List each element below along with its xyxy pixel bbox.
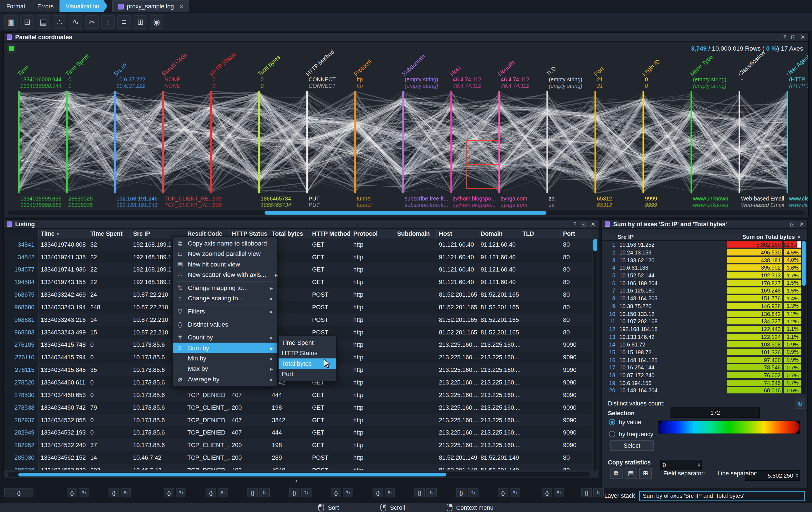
by-value-radio[interactable]: by value [609,419,641,425]
scrollbar-thumb[interactable] [593,239,597,251]
parallel-coordinates-plot[interactable]: Time1334016000.9441334016000.94413340159… [4,42,808,217]
sum-col-ip[interactable]: Src IP [617,233,634,239]
close-button[interactable]: ✕ [800,33,805,40]
table-row[interactable]: 2785381334034460.7427910.173.85.6TCP_CLI… [4,401,591,414]
sum-row[interactable]: 12192.168.184.18122,4431.1% [602,325,807,333]
table-row[interactable]: 1945841334019743.15522192.168.189.1...TC… [4,276,591,288]
distinct-values-button[interactable]: {} [373,488,383,497]
column-header-subdomain[interactable]: Subdomain [395,229,437,238]
select-button[interactable]: Select [610,440,654,451]
menu-item-sum-by[interactable]: ΣSum by▸ [173,343,277,353]
distinct-values-button[interactable]: {} [67,488,77,497]
breadcrumb-tab-errors[interactable]: Errors [31,0,62,12]
cut-icon[interactable]: ✂ [85,15,99,29]
distinct-values-button[interactable]: {} [331,488,341,497]
axes-combination-icon[interactable]: ↕ [101,15,115,29]
undock-button[interactable]: ⊡ [791,33,795,40]
gradient-handle-right-top[interactable] [795,421,800,425]
menu-item-distinct-values[interactable]: {}Distinct values [173,319,277,329]
table-row[interactable]: 9686751334033242.4692410.87.22.210TCP_MI… [4,288,591,301]
table-row[interactable]: 1945771334019741.93622192.168.189.1...TC… [4,263,591,276]
close-tab-icon[interactable]: ✕ [179,3,183,9]
refresh-button[interactable]: ↻ [593,488,604,497]
sum-row[interactable]: 1710.16.254.14478,5460.7% [602,363,807,371]
sum-row[interactable]: 210.24.13.153496,5304.5% [602,249,807,256]
copy-all-icon[interactable]: ⧉ [610,467,622,479]
scrollbar-thumb[interactable] [802,241,806,286]
sum-row[interactable]: 2010.148.164.20460,0160.5% [602,387,807,394]
parallel-hscrollbar[interactable] [8,211,804,215]
sum-row[interactable]: 510.152.52.144192,3131.7% [602,271,807,279]
table-row[interactable]: 2850381334034562.83020210.46.7.42TCP_DEN… [4,464,591,470]
sum-row[interactable]: 810.148.164.203151,7761.4% [602,294,807,302]
distinct-values-button[interactable]: {} [414,488,425,497]
color-gradient-bar[interactable] [658,421,800,434]
table-row[interactable]: 2785301334034460.653010.173.85.6TCP_DENI… [4,389,591,401]
refresh-button[interactable]: ↻ [121,488,131,497]
scrollbar-thumb[interactable] [18,473,446,477]
sum-row[interactable]: 710.16.125.180169,2481.5% [602,287,807,294]
distinct-values-button[interactable]: {} [206,488,216,497]
zoomed-parallel-view-icon[interactable]: ⊡ [20,15,34,29]
column-header-protocol[interactable]: Protocol [351,229,395,238]
breadcrumb-tab-format[interactable]: Format [0,0,33,12]
copy-table-icon[interactable]: ⊞ [639,467,652,479]
column-header-tld[interactable]: TLD [520,229,561,238]
undock-button[interactable]: ⊡ [581,221,586,227]
sum-row[interactable]: 1010.150.133.12136,8421.2% [602,310,807,317]
column-header-time-spent[interactable]: Time Spent [88,229,131,238]
menu-item-copy-axis-name-to-clipboard[interactable]: ⧉Copy axis name to clipboard [173,238,277,249]
listing-hscrollbar[interactable] [8,472,590,477]
help-button[interactable]: ? [783,33,786,40]
refresh-button[interactable]: ↻ [176,488,186,497]
refresh-distinct-button[interactable]: ↻ [795,399,805,409]
refresh-button[interactable]: ↻ [259,488,269,497]
refresh-button[interactable]: ↻ [554,488,564,497]
sum-row[interactable]: 1810.87.172.24076,6020.7% [602,371,807,379]
column-header-http-method[interactable]: HTTP Method [310,229,351,238]
sort-icon[interactable]: ▲ [797,234,801,239]
scatter-view-icon[interactable]: ∴ [53,15,66,29]
column-header-port[interactable]: Port [561,229,592,238]
menu-item-min-by[interactable]: ↓Min by▸ [173,353,277,363]
scrollbar-thumb[interactable] [264,211,546,215]
refresh-button[interactable]: ↻ [510,488,520,497]
sum-row[interactable]: 610.106.189.204170,8271.5% [602,279,807,287]
distinct-values-button[interactable]: {} [581,488,591,497]
parallel-coordinates-canvas[interactable]: 3,749 / 10,000,019 Rows ( 0 %) 17 Axes T… [4,42,808,217]
listing-column-headers[interactable]: Time ▾Time SpentSrc IPResult CodeHTTP St… [4,229,591,238]
sum-row[interactable]: 410.6.81.138395,9023.6% [602,264,807,271]
distinct-values-button[interactable]: {} [109,488,119,497]
spinner-icon[interactable]: ▲▼ [795,471,798,480]
column-header-domain[interactable]: Domain [478,229,520,238]
table-row[interactable]: 2850301334034562.1521410.46.7.42TCP_CLIE… [4,451,591,464]
distinct-values-button[interactable]: {} [164,488,174,497]
color-palette-icon[interactable]: ◉ [150,15,164,29]
refresh-button[interactable]: ↻ [385,488,395,497]
refresh-button[interactable]: ↻ [218,488,228,497]
undock-button[interactable]: ⊡ [790,221,795,227]
document-tab[interactable]: proxy_sample.log ✕ [112,0,190,12]
distinct-values-button[interactable]: {} [542,488,552,497]
help-button[interactable]: ? [573,221,576,227]
table-row[interactable]: 2829521334034532.2403710.173.85.6TCP_CLI… [4,439,591,451]
copy-rows-icon[interactable]: ▤ [625,467,637,479]
layer-color-button[interactable] [7,44,16,53]
column-header-time[interactable]: Time ▾ [38,229,88,238]
series-view-icon[interactable]: ∿ [69,15,83,29]
spinner-icon[interactable]: ▲▼ [697,461,700,469]
distinct-values-button[interactable]: {} [456,488,466,497]
refresh-button[interactable]: ↻ [468,488,478,497]
layer-stack-tab[interactable]: Sum by of axes 'Src IP' and 'Total bytes… [639,491,805,501]
menu-item-max-by[interactable]: ↑Max by▸ [173,363,277,374]
collapse-icon[interactable]: ▴ [295,479,297,483]
distinct-values-button[interactable]: {} [248,488,258,497]
table-row[interactable]: 9686801334033243.19424810.87.22.210TCP_M… [4,301,591,314]
close-button[interactable]: ✕ [590,221,595,227]
axis-user-agent[interactable]: User Agent(HTTP 1.0(HTTP 1.0www.clea...w… [785,53,808,208]
sum-row[interactable]: 1610.148.164.12597,4000.9% [602,356,807,363]
radio-unselected-icon[interactable] [609,431,615,437]
menu-item-new-zoomed-parallel-view[interactable]: ⊡New zoomed parallel view [173,249,277,259]
layer-stack-icon[interactable]: ≡ [117,15,131,29]
sum-row[interactable]: 1510.15.198.72101,3260.9% [602,348,807,356]
